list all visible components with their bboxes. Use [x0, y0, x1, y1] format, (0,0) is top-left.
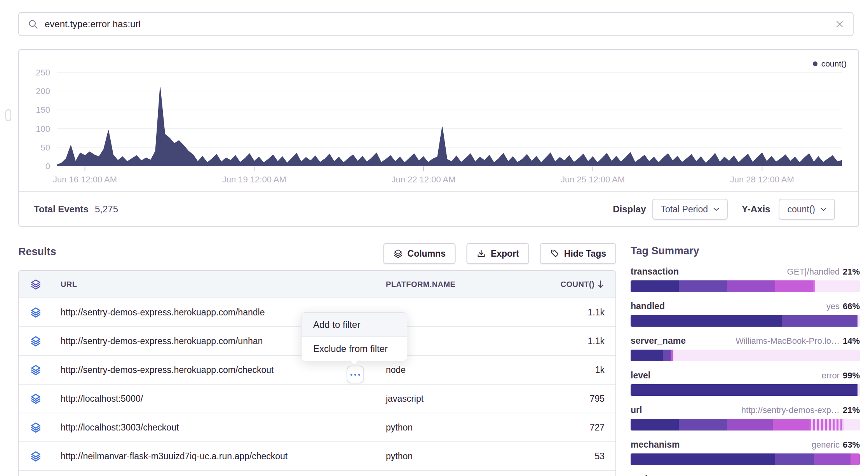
table-row[interactable]: http://neilmanvar-flask-m3uuizd7iq-uc.a.…	[19, 442, 615, 471]
hide-tags-button-label: Hide Tags	[564, 248, 606, 259]
tag-bar[interactable]	[631, 453, 860, 465]
tag-bar-segment	[727, 280, 775, 292]
chevron-down-icon	[713, 208, 719, 211]
columns-button[interactable]: Columns	[383, 243, 456, 264]
column-header-platform[interactable]: PLATFORM.NAME	[386, 280, 455, 289]
tag-percent: 63%	[843, 474, 860, 476]
tag-bar-segment	[631, 453, 775, 465]
events-chart: 050100150200250Jun 16 12:00 AMJun 19 12:…	[19, 50, 858, 192]
url-cell[interactable]: http://sentry-demos-express.herokuapp.co…	[61, 336, 263, 346]
clear-search-icon[interactable]	[835, 19, 844, 29]
count-cell: 1.1k	[588, 336, 605, 346]
tag-bar-segment	[631, 419, 679, 430]
tag-bar-segment	[727, 419, 773, 430]
hide-tags-button[interactable]: Hide Tags	[540, 243, 616, 264]
url-cell[interactable]: http://localhost:5000/	[61, 394, 143, 404]
tag-bar[interactable]	[631, 384, 860, 396]
tag-percent: 14%	[843, 336, 860, 346]
tag-top-value: express-demo	[786, 474, 840, 476]
tag-entry: server_nameWilliams-MacBook-Pro.lo…14%	[631, 336, 860, 361]
menu-item-add-to-filter[interactable]: Add to filter	[302, 313, 407, 337]
svg-text:Jun 16 12:00 AM: Jun 16 12:00 AM	[53, 175, 117, 184]
sort-desc-arrow-icon	[597, 280, 605, 289]
svg-text:250: 250	[36, 68, 50, 77]
results-table: URL PLATFORM.NAME COUNT() http://sentry-…	[18, 270, 616, 476]
legend-dot	[813, 61, 817, 66]
stack-icon	[30, 307, 41, 318]
export-button[interactable]: Export	[467, 243, 529, 264]
tag-bar[interactable]	[631, 350, 860, 361]
url-cell[interactable]: http://sentry-demos-express.herokuapp.co…	[61, 365, 274, 375]
tag-bar-segment	[858, 315, 860, 327]
svg-text:50: 50	[41, 143, 50, 152]
table-row[interactable]: http://localhost:5000/ javascript 795	[19, 385, 615, 413]
chart-footer: Total Events 5,275 Display Total Period …	[19, 191, 858, 226]
results-toolbar: Columns Export Hide Tags	[383, 243, 616, 264]
count-cell: 53	[594, 451, 605, 462]
url-cell[interactable]: http://localhost:3003/checkout	[61, 422, 179, 433]
svg-text:Jun 28 12:00 AM: Jun 28 12:00 AM	[730, 175, 794, 184]
search-input[interactable]: event.type:error has:url	[45, 19, 835, 30]
tag-bar-segment	[775, 280, 813, 292]
context-menu: Add to filter Exclude from filter	[301, 312, 407, 361]
yaxis-dropdown[interactable]: count()	[779, 199, 835, 220]
drawer-handle[interactable]	[5, 109, 11, 121]
tag-bar[interactable]	[631, 280, 860, 292]
search-icon	[28, 19, 38, 30]
count-cell: 727	[590, 422, 605, 433]
tag-bar-segment	[631, 350, 663, 361]
tag-summary-title: Tag Summary	[631, 245, 860, 257]
display-dropdown-value: Total Period	[661, 204, 708, 215]
tag-percent: 21%	[843, 405, 860, 415]
tag-bar-segment	[631, 280, 679, 292]
tag-summary: Tag Summary transactionGET|/handled21%ha…	[631, 245, 860, 476]
svg-text:Jun 25 12:00 AM: Jun 25 12:00 AM	[561, 175, 625, 184]
tag-bar-segment	[673, 350, 860, 361]
chart-legend[interactable]: count()	[813, 59, 847, 68]
count-cell: 1k	[595, 365, 605, 375]
stack-icon	[30, 279, 41, 290]
column-header-count[interactable]: COUNT()	[561, 280, 605, 289]
legend-label: count()	[821, 59, 847, 68]
tag-bar-segment	[773, 419, 809, 430]
tag-entry: urlhttp://sentry-demos-exp…21%	[631, 405, 860, 430]
svg-text:Jun 19 12:00 AM: Jun 19 12:00 AM	[222, 175, 286, 184]
total-events-value: 5,275	[95, 204, 118, 215]
tag-bar-segment	[844, 419, 860, 430]
url-cell[interactable]: http://sentry-demos-express.herokuapp.co…	[61, 307, 265, 318]
tag-entry: transactionGET|/handled21%	[631, 266, 860, 292]
tag-top-value: http://sentry-demos-exp…	[741, 405, 840, 415]
tag-bar-segment	[858, 384, 860, 396]
stack-icon	[30, 422, 41, 433]
tag-bar-segment	[631, 384, 858, 396]
tag-percent: 99%	[843, 371, 860, 380]
tag-name: mechanism	[631, 439, 680, 450]
svg-text:Jun 22 12:00 AM: Jun 22 12:00 AM	[391, 175, 455, 184]
url-cell[interactable]: http://neilmanvar-flask-m3uuizd7iq-uc.a.…	[61, 451, 288, 462]
tag-bar[interactable]	[631, 315, 860, 327]
search-bar[interactable]: event.type:error has:url	[18, 12, 854, 36]
display-dropdown[interactable]: Total Period	[652, 199, 728, 220]
svg-text:200: 200	[36, 86, 50, 96]
stack-icon	[30, 336, 41, 346]
tag-bar-segment	[782, 315, 858, 327]
tag-name: url	[631, 405, 642, 415]
table-header: URL PLATFORM.NAME COUNT()	[19, 271, 615, 298]
tag-name: project	[631, 474, 661, 476]
column-header-count-label: COUNT()	[561, 280, 594, 289]
tag-bar[interactable]	[631, 419, 860, 430]
tag-summary-entries: transactionGET|/handled21%handledyes66%s…	[631, 266, 860, 476]
tag-bar-segment	[631, 315, 782, 327]
platform-cell: node	[386, 365, 406, 375]
tag-top-value: Williams-MacBook-Pro.lo…	[736, 336, 840, 346]
stack-icon	[30, 364, 41, 375]
columns-button-label: Columns	[408, 248, 446, 259]
tag-bar-segment	[671, 350, 673, 361]
column-header-url[interactable]: URL	[61, 280, 77, 289]
tag-top-value: yes	[826, 301, 840, 311]
table-row[interactable]: http://localhost:3003/checkout python 72…	[19, 413, 615, 442]
tag-entry: handledyes66%	[631, 301, 860, 327]
yaxis-dropdown-value: count()	[787, 204, 815, 215]
cell-actions-button[interactable]	[347, 366, 364, 383]
tag-bar-segment	[679, 280, 727, 292]
